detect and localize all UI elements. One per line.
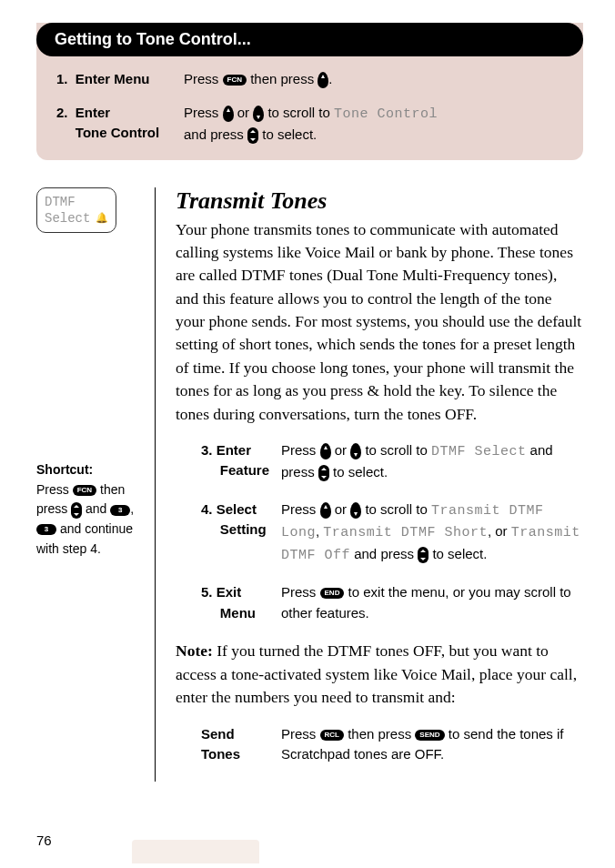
step-label-line2: Tone Control [76, 125, 159, 140]
down-key-icon [350, 443, 361, 459]
three-key-icon: 3 [110, 505, 130, 516]
select-key-icon [318, 465, 329, 481]
header-step-1: 1. Enter Menu Press FCN then press . [56, 69, 563, 90]
step-3: 3. Enter Feature Press or to scroll to D… [201, 440, 583, 483]
step-label: Enter Menu [76, 71, 150, 86]
section-heading: Transmit Tones [176, 187, 583, 215]
up-key-icon [320, 502, 331, 519]
up-key-icon [223, 106, 234, 122]
end-key-icon: END [320, 588, 345, 599]
phone-line2: Select [45, 210, 90, 227]
fcn-key-icon: FCN [73, 485, 96, 496]
step-5: 5. Exit Menu Press END to exit the menu,… [201, 582, 583, 623]
header-procedure-box: Getting to Tone Control... 1. Enter Menu… [36, 23, 583, 160]
shortcut-title: Shortcut: [36, 462, 93, 477]
fcn-key-icon: FCN [223, 75, 247, 86]
page-number: 76 [36, 833, 52, 848]
step-label-line1: Enter [76, 105, 110, 120]
step-number: 1. [56, 71, 68, 86]
nav-key-icon [318, 72, 328, 88]
step-4: 4. Select Setting Press or to scroll to … [201, 500, 583, 567]
step-number: 2. [56, 105, 68, 120]
rcl-key-icon: RCL [320, 730, 344, 741]
select-key-icon [418, 547, 428, 563]
bell-icon: 🔔 [96, 212, 108, 225]
down-key-icon [253, 106, 264, 122]
up-key-icon [320, 443, 331, 459]
shortcut-box: Shortcut: Press FCN then press and 3, 3 … [36, 460, 146, 559]
phone-display: DTMF Select 🔔 [36, 187, 116, 233]
note-paragraph: Note: If you turned the DTMF tones OFF, … [176, 640, 583, 709]
lcd-text: Tone Control [334, 106, 438, 122]
footer-tab [132, 840, 259, 863]
note-label: Note: [176, 641, 213, 660]
down-key-icon [350, 502, 361, 519]
phone-line1: DTMF [45, 194, 108, 210]
body-paragraph: Your phone transmits tones to communicat… [176, 218, 583, 426]
send-tones-step: Send Tones Press RCL then press SEND to … [201, 724, 583, 765]
select-key-icon [247, 127, 258, 144]
lcd-text: DTMF Select [431, 444, 527, 459]
lcd-text: Transmit DTMF Short [323, 525, 488, 540]
three-key-icon: 3 [36, 524, 56, 535]
select-key-icon [71, 502, 82, 519]
header-step-2: 2. Enter Tone Control Press or to scroll… [56, 103, 563, 146]
send-key-icon: SEND [415, 730, 444, 741]
header-title: Getting to Tone Control... [36, 23, 583, 56]
